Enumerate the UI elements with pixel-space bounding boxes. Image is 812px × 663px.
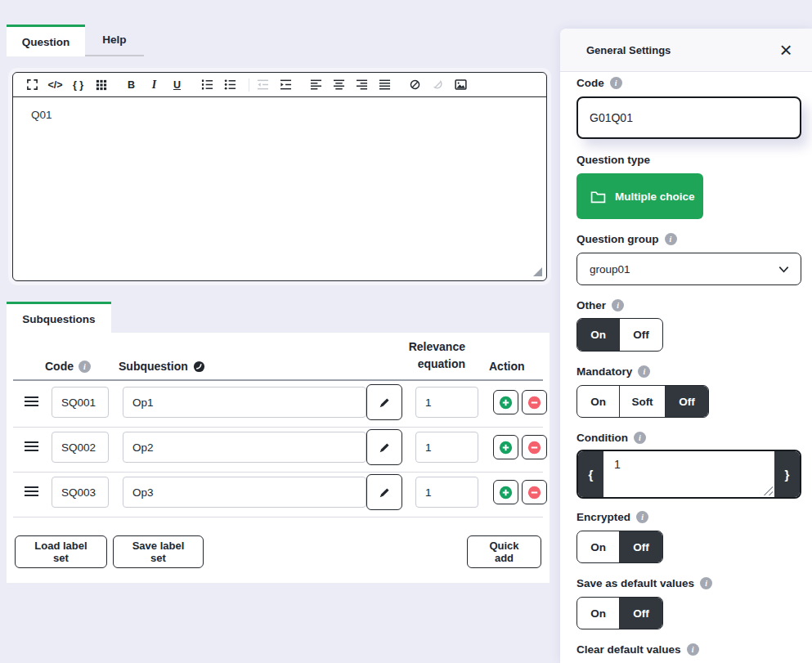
curly-braces-icon[interactable]: { } <box>67 74 89 96</box>
outdent-icon[interactable] <box>252 74 274 96</box>
clear-default-label: Clear default values <box>576 643 681 656</box>
info-icon[interactable]: i <box>687 643 699 656</box>
info-icon[interactable]: i <box>638 365 650 378</box>
save-default-on-button[interactable]: On <box>577 598 620 629</box>
info-icon[interactable]: i <box>612 299 624 311</box>
encrypted-label-row: Encrypted i <box>576 511 648 523</box>
grid-icon[interactable] <box>90 74 112 96</box>
ordered-list-icon[interactable] <box>196 74 218 96</box>
save-default-off-button[interactable]: Off <box>620 598 662 629</box>
code-field-label-row: Code i <box>576 77 622 89</box>
remove-row-button[interactable] <box>522 435 547 459</box>
info-icon[interactable]: i <box>665 233 677 245</box>
info-icon[interactable]: i <box>79 361 91 373</box>
question-group-label-row: Question group i <box>576 233 677 245</box>
add-row-button[interactable] <box>493 480 518 504</box>
subquestion-code-input[interactable] <box>52 387 109 418</box>
maximize-icon[interactable] <box>21 74 43 96</box>
general-settings-panel: General Settings × Code i Question type … <box>560 29 812 663</box>
info-icon[interactable]: i <box>610 77 622 89</box>
save-label-set-button[interactable]: Save label set <box>113 535 204 568</box>
toolbar-separator <box>249 78 249 92</box>
mandatory-label: Mandatory <box>576 365 632 378</box>
textarea-resize-handle[interactable] <box>762 485 773 495</box>
relevance-equation-input[interactable] <box>415 432 478 463</box>
question-group-select[interactable]: group01 <box>576 253 801 285</box>
underline-icon[interactable]: U <box>166 74 188 96</box>
mandatory-toggle: On Soft Off <box>576 385 709 418</box>
condition-input[interactable]: 1 <box>603 451 774 497</box>
question-group-label: Question group <box>576 233 659 245</box>
clear-default-label-row: Clear default values i <box>576 643 699 656</box>
condition-value: 1 <box>614 458 621 471</box>
other-label-row: Other i <box>576 299 624 311</box>
drag-handle-icon[interactable] <box>25 396 39 410</box>
info-icon[interactable]: i <box>634 432 646 444</box>
align-right-icon[interactable] <box>351 74 373 96</box>
add-row-button[interactable] <box>493 435 518 459</box>
subquestion-code-input[interactable] <box>52 432 109 463</box>
mandatory-on-button[interactable]: On <box>577 386 620 417</box>
question-code-input[interactable] <box>576 96 801 139</box>
align-center-icon[interactable] <box>328 74 350 96</box>
subquestion-text-input[interactable] <box>123 477 366 508</box>
italic-icon[interactable]: I <box>143 74 165 96</box>
justify-icon[interactable] <box>374 74 396 96</box>
info-icon[interactable]: i <box>636 511 648 523</box>
subquestion-text-input[interactable] <box>123 432 366 463</box>
question-group-value: group01 <box>590 263 630 276</box>
panel-title: General Settings <box>586 29 671 72</box>
tab-question[interactable]: Question <box>7 25 85 56</box>
source-code-icon[interactable]: </> <box>44 74 66 96</box>
code-column-header: Code <box>45 360 74 373</box>
language-globe-icon <box>193 361 205 373</box>
save-default-label: Save as default values <box>576 577 694 589</box>
other-off-button[interactable]: Off <box>620 319 662 351</box>
edit-pencil-button[interactable] <box>366 384 402 420</box>
subquestion-row <box>13 428 543 473</box>
add-row-button[interactable] <box>493 390 518 414</box>
info-icon[interactable]: i <box>700 577 712 589</box>
other-on-button[interactable]: On <box>577 319 620 351</box>
question-type-button[interactable]: Multiple choice <box>576 173 703 219</box>
relevance-column-header-line1: Relevance <box>409 338 465 356</box>
bold-icon[interactable]: B <box>120 74 142 96</box>
remove-row-button[interactable] <box>522 390 547 414</box>
code-label: Code <box>576 77 604 89</box>
drag-handle-icon[interactable] <box>25 441 39 455</box>
edit-pencil-button[interactable] <box>366 474 402 510</box>
relevance-column-header-line2: equation <box>409 356 465 373</box>
subquestion-code-input[interactable] <box>52 477 109 508</box>
load-label-set-button[interactable]: Load label set <box>15 535 107 568</box>
edit-pencil-button[interactable] <box>366 429 402 465</box>
subquestions-panel: Code i Subquestion Relevance equation Ac… <box>7 333 550 583</box>
mandatory-soft-button[interactable]: Soft <box>620 386 666 417</box>
question-type-button-label: Multiple choice <box>615 190 695 203</box>
remove-row-button[interactable] <box>522 480 547 504</box>
relevance-equation-input[interactable] <box>415 477 478 508</box>
subquestion-row <box>13 383 543 428</box>
tab-help[interactable]: Help <box>85 25 144 56</box>
mandatory-off-button[interactable]: Off <box>666 386 708 417</box>
subquestion-text-input[interactable] <box>123 387 366 418</box>
close-icon[interactable]: × <box>774 38 797 61</box>
condition-field: { 1 } <box>576 450 801 499</box>
link-icon[interactable] <box>404 74 426 96</box>
editor-resize-handle[interactable] <box>533 267 542 276</box>
unordered-list-icon[interactable] <box>219 74 241 96</box>
quick-add-button[interactable]: Quick add <box>467 535 541 568</box>
indent-icon[interactable] <box>275 74 297 96</box>
drag-handle-icon[interactable] <box>25 486 39 500</box>
image-icon[interactable] <box>450 74 472 96</box>
unlink-icon[interactable] <box>427 74 449 96</box>
tab-subquestions[interactable]: Subquestions <box>7 302 111 334</box>
relevance-equation-input[interactable] <box>415 387 478 418</box>
subquestions-table-header: Code i Subquestion Relevance equation Ac… <box>13 333 543 381</box>
encrypted-off-button[interactable]: Off <box>620 531 662 562</box>
align-left-icon[interactable] <box>305 74 327 96</box>
question-text-input[interactable]: Q01 <box>13 97 546 269</box>
condition-label-row: Condition i <box>576 432 646 444</box>
mandatory-label-row: Mandatory i <box>576 365 650 378</box>
encrypted-on-button[interactable]: On <box>577 531 620 562</box>
editor-toolbar: </> { } B I U <box>13 73 546 97</box>
